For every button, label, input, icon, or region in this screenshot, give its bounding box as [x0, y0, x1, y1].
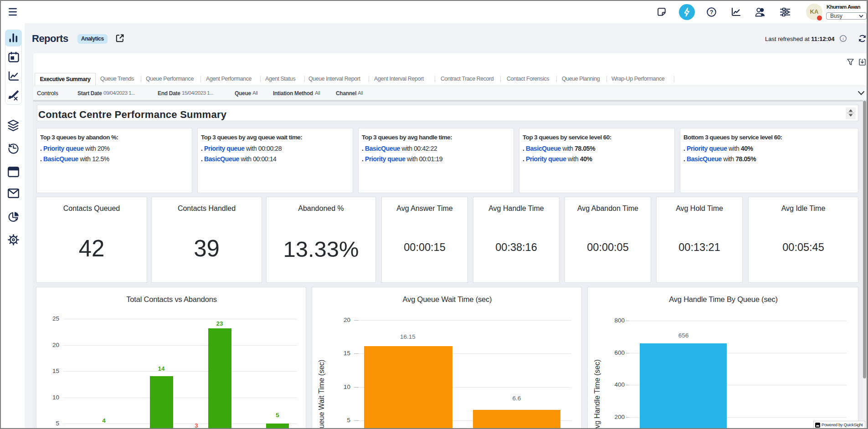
svg-text:?: ? [710, 9, 714, 15]
svg-text:i: i [842, 36, 844, 41]
